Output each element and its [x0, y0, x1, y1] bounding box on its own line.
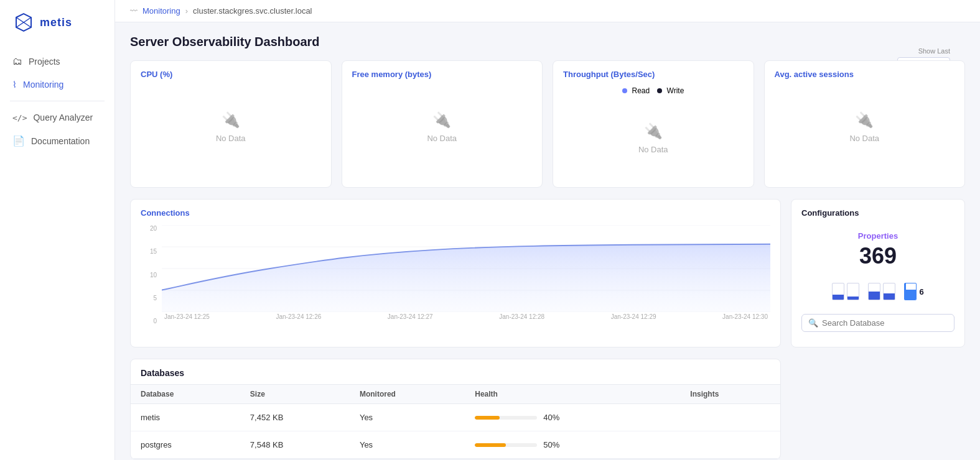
sidebar-item-documentation[interactable]: 📄 Documentation [0, 129, 114, 153]
main-content: 〰 Monitoring › cluster.stackgres.svc.clu… [115, 0, 980, 460]
y-label-15: 15 [150, 248, 157, 255]
metrics-row: CPU (%) 🔌 No Data Free memory (bytes) 🔌 … [130, 60, 965, 188]
x-label-1: Jan-23-24 12:26 [276, 313, 321, 320]
health-pct-metis: 40% [543, 413, 559, 422]
right-spacer [791, 359, 965, 459]
sidebar-item-monitoring[interactable]: ⌇ Monitoring [0, 73, 114, 96]
sidebar-item-label-projects: Projects [29, 57, 60, 67]
throughput-no-data-text: No Data [638, 145, 668, 154]
y-axis: 20 15 10 5 0 [141, 225, 159, 324]
chart-svg-wrapper: Jan-23-24 12:25 Jan-23-24 12:26 Jan-23-2… [162, 225, 770, 337]
legend-read: Read [622, 86, 650, 95]
page-title: Server Observability Dashboard [130, 35, 965, 49]
page-header: Server Observability Dashboard Show Last… [130, 35, 965, 49]
content-area: Server Observability Dashboard Show Last… [115, 22, 980, 460]
config-bar-3-fill [869, 292, 880, 300]
search-db-icon: 🔍 [808, 318, 818, 328]
config-bar-2-fill [847, 297, 859, 300]
sessions-title: Avg. active sessions [775, 70, 955, 79]
cpu-title: CPU (%) [141, 70, 321, 79]
breadcrumb-cluster: cluster.stackgres.svc.cluster.local [193, 6, 312, 16]
throughput-title: Throughput (Bytes/Sec) [563, 70, 744, 79]
metis-logo-icon [12, 11, 35, 34]
table-body: metis 7,452 KB Yes 40% [131, 404, 780, 459]
sidebar-item-query-analyzer[interactable]: </> Query Analyzer [0, 106, 114, 129]
sidebar-item-label-query-analyzer: Query Analyzer [33, 113, 93, 122]
sessions-no-data-icon: 🔌 [855, 111, 874, 129]
db-insights-metis [680, 404, 780, 431]
sidebar: metis 🗂 Projects ⌇ Monitoring </> Query … [0, 0, 115, 460]
breadcrumb-separator: › [185, 6, 188, 16]
memory-no-data-text: No Data [427, 134, 457, 143]
properties-section: Properties 369 [801, 225, 954, 283]
metric-card-throughput: Throughput (Bytes/Sec) Read Write 🔌 No D… [553, 60, 754, 188]
chart-area: 20 15 10 5 0 [141, 225, 770, 337]
health-bar-wrap-metis: 40% [475, 413, 670, 422]
connections-card: Connections 20 15 10 5 0 [130, 199, 781, 347]
col-health: Health [465, 385, 680, 404]
cpu-no-data: 🔌 No Data [141, 86, 321, 167]
connections-chart-svg [162, 225, 770, 312]
legend-write-dot [657, 88, 662, 93]
show-last-label: Show Last [918, 47, 950, 55]
health-bar-fill-postgres [475, 443, 506, 447]
sidebar-item-projects[interactable]: 🗂 Projects [0, 50, 114, 73]
y-label-0: 0 [153, 318, 157, 324]
databases-section: Databases Database Size Monitored Health… [130, 359, 781, 459]
db-health-metis: 40% [465, 404, 680, 431]
config-bar-4-fill [884, 293, 895, 300]
search-db-container: 🔍 [801, 309, 954, 338]
col-insights: Insights [680, 385, 780, 404]
health-bar-bg-metis [475, 416, 537, 420]
breadcrumb-monitoring[interactable]: Monitoring [142, 6, 180, 16]
logo-text: metis [40, 16, 72, 29]
databases-table: Database Size Monitored Health Insights … [131, 384, 780, 459]
col-size: Size [240, 385, 350, 404]
col-monitored: Monitored [350, 385, 465, 404]
cpu-no-data-icon: 🔌 [222, 111, 240, 129]
breadcrumb: 〰 Monitoring › cluster.stackgres.svc.clu… [115, 0, 980, 22]
db-health-postgres: 50% [465, 431, 680, 459]
logo: metis [0, 0, 114, 45]
db-monitored-postgres: Yes [350, 431, 465, 459]
config-bar-1-fill [833, 295, 844, 300]
db-size-postgres: 7,548 KB [240, 431, 350, 459]
bottom-row: Databases Database Size Monitored Health… [130, 359, 965, 459]
db-name-metis: metis [131, 404, 240, 431]
config-bars: 6 [801, 283, 954, 300]
databases-title: Databases [131, 359, 780, 384]
x-label-5: Jan-23-24 12:30 [722, 313, 768, 320]
memory-title: Free memory (bytes) [352, 70, 533, 79]
col-database: Database [131, 385, 240, 404]
monitoring-wave-icon: 〰 [130, 7, 138, 16]
projects-icon: 🗂 [12, 56, 22, 67]
table-row: metis 7,452 KB Yes 40% [131, 404, 780, 431]
sidebar-item-label-monitoring: Monitoring [23, 80, 63, 90]
config-bar-5-fill [906, 290, 916, 300]
monitoring-icon: ⌇ [12, 80, 17, 90]
health-pct-postgres: 50% [543, 440, 559, 449]
configurations-card: Configurations Properties 369 [791, 199, 965, 347]
table-row: postgres 7,548 KB Yes 50% [131, 431, 780, 459]
x-label-4: Jan-23-24 12:29 [611, 313, 656, 320]
properties-count: 369 [801, 243, 954, 269]
config-bar-1 [832, 283, 844, 300]
cpu-no-data-text: No Data [216, 134, 246, 143]
search-db-input[interactable] [822, 318, 948, 328]
sidebar-item-label-documentation: Documentation [31, 136, 90, 146]
metric-card-memory: Free memory (bytes) 🔌 No Data [342, 60, 543, 188]
health-bar-wrap-postgres: 50% [475, 440, 670, 449]
sidebar-nav: 🗂 Projects ⌇ Monitoring </> Query Analyz… [0, 45, 114, 158]
db-size-metis: 7,452 KB [240, 404, 350, 431]
legend-write: Write [657, 86, 684, 95]
configurations-title: Configurations [801, 208, 954, 218]
x-label-3: Jan-23-24 12:28 [499, 313, 544, 320]
properties-label: Properties [801, 231, 954, 241]
y-label-10: 10 [150, 272, 157, 278]
config-bar-3 [868, 283, 880, 300]
middle-row: Connections 20 15 10 5 0 [130, 199, 965, 347]
x-label-0: Jan-23-24 12:25 [164, 313, 210, 320]
metric-card-cpu: CPU (%) 🔌 No Data [130, 60, 332, 188]
y-label-5: 5 [153, 295, 157, 301]
db-monitored-metis: Yes [350, 404, 465, 431]
